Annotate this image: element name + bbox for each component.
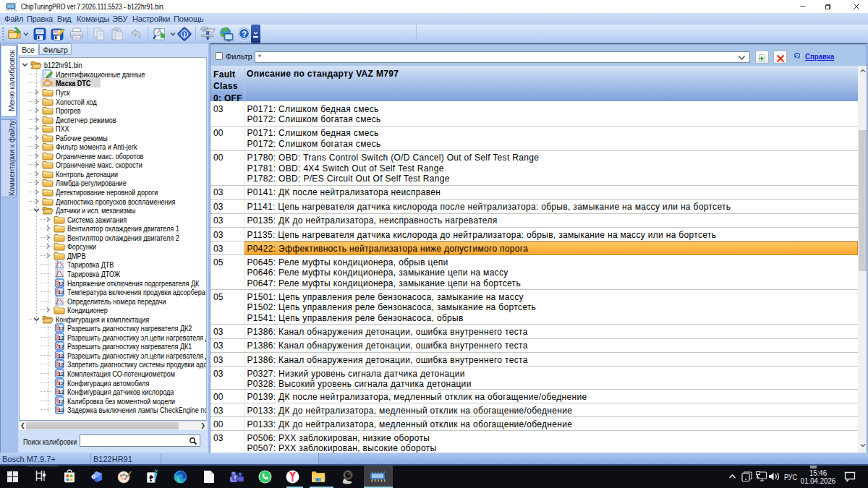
svg-text:i: i bbox=[184, 31, 186, 38]
svg-text:?: ? bbox=[242, 30, 247, 38]
svg-text:?: ? bbox=[795, 52, 799, 60]
svg-text:T: T bbox=[234, 475, 237, 480]
